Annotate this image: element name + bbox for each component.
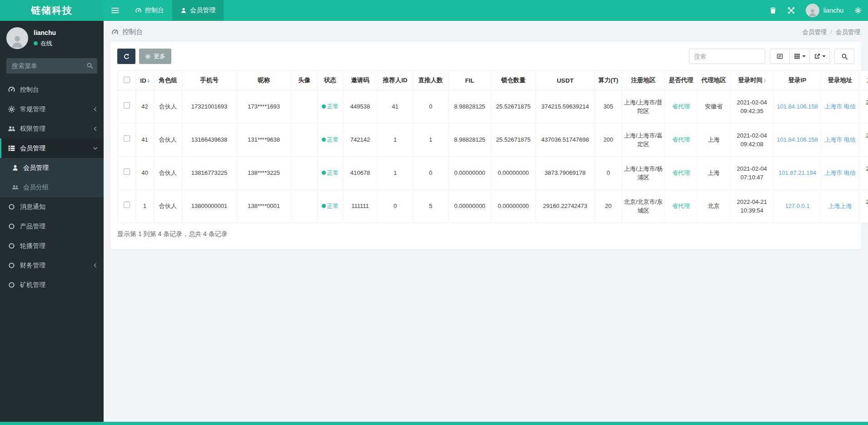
chevron-left-icon	[92, 126, 98, 132]
columns-button[interactable]	[790, 49, 810, 64]
cell-is_agent: 省代理	[665, 90, 698, 124]
agent-level-link[interactable]: 省代理	[672, 203, 690, 209]
login_addr-link[interactable]: 上海市 电信	[824, 103, 856, 110]
sidebar-item-notifications[interactable]: 消息通知	[0, 197, 104, 217]
status-badge: 正常	[322, 136, 339, 143]
cell-reg_area: 上海/上海市/杨浦区	[622, 157, 665, 190]
sidebar-item-miners[interactable]: 矿机管理	[0, 275, 104, 295]
sidebar-item-dashboard[interactable]: 控制台	[0, 80, 104, 99]
breadcrumb-item[interactable]: 会员管理	[802, 28, 827, 36]
tab-members[interactable]: 会员管理	[172, 0, 224, 21]
col-header-direct: 直推人数	[413, 71, 449, 90]
row-checkbox[interactable]	[124, 168, 130, 175]
refresh-icon	[123, 53, 130, 60]
export-button[interactable]	[810, 49, 830, 64]
sidebar-item-permissions[interactable]: 权限管理	[0, 119, 104, 138]
status-badge: 正常	[322, 203, 339, 209]
login_ip-link[interactable]: 101.84.106.158	[777, 103, 818, 110]
circle-icon	[8, 281, 15, 289]
sidebar-item-members[interactable]: 会员管理	[0, 138, 104, 158]
users-icon	[8, 125, 15, 133]
caret-down-icon	[802, 55, 806, 57]
cell-join_time: 2020-12-23 14:52:38	[859, 190, 868, 223]
row-checkbox[interactable]	[124, 202, 130, 208]
cell-is_agent: 省代理	[665, 157, 698, 190]
settings-gears-icon[interactable]	[854, 7, 862, 14]
col-header-referrer: 推荐人ID	[378, 71, 413, 90]
col-header-usdt: USDT	[536, 71, 595, 90]
cell-check	[118, 124, 136, 157]
cell-lock: 25.52671875	[491, 90, 536, 124]
online-dot-icon	[34, 41, 38, 45]
cell-direct: 0	[413, 157, 449, 190]
agent-level-link[interactable]: 省代理	[672, 103, 690, 110]
gauge-icon	[8, 86, 15, 94]
sidebar-item-finance[interactable]: 财务管理	[0, 256, 104, 275]
main-content: 控制台 会员管理 / 会员管理 更多	[104, 21, 868, 422]
col-header-login_time[interactable]: 登录时间▴▾	[730, 71, 774, 90]
agent-level-link[interactable]: 省代理	[672, 136, 690, 143]
gear-icon	[145, 54, 151, 59]
cell-invite: 742142	[343, 124, 378, 157]
circle-icon	[8, 242, 15, 250]
user-menu[interactable]: lianchu	[806, 4, 843, 17]
cell-agent_area: 上海	[698, 124, 730, 157]
cell-avatar	[291, 124, 318, 157]
cell-phone: 17321001693	[182, 90, 237, 124]
row-checkbox[interactable]	[124, 135, 130, 142]
sidebar-item-products[interactable]: 产品管理	[0, 217, 104, 236]
fullscreen-icon[interactable]	[788, 7, 795, 14]
sidebar-user-panel: lianchu 在线	[0, 21, 104, 54]
detail-list-icon	[777, 53, 783, 59]
col-header-agent_area: 代理地区	[698, 71, 730, 90]
more-button[interactable]: 更多	[139, 49, 171, 64]
col-header-join_time[interactable]: 加入时间▴▾	[859, 71, 868, 90]
sidebar-toggle-button[interactable]	[104, 0, 127, 21]
view-button-group	[770, 49, 830, 64]
sidebar-subitem-member-group[interactable]: 会员分组	[0, 178, 104, 197]
tab-label: 会员管理	[190, 6, 215, 15]
gauge-icon	[111, 29, 119, 36]
login_ip-link[interactable]: 101.87.21.194	[778, 169, 816, 176]
tab-label: 控制台	[145, 6, 164, 15]
refresh-button[interactable]	[117, 49, 135, 64]
login_ip-link[interactable]: 101.84.106.158	[777, 136, 818, 143]
circle-icon	[8, 222, 15, 230]
breadcrumb-item: 会员管理	[836, 28, 860, 36]
sidebar-item-carousel[interactable]: 轮播管理	[0, 236, 104, 256]
row-checkbox[interactable]	[124, 102, 130, 109]
table-row: 42合伙人17321001693173****1693正常4495384108.…	[118, 90, 868, 124]
cell-lock: 25.52671875	[491, 124, 536, 157]
sidebar-username: lianchu	[34, 29, 56, 36]
user-icon	[12, 164, 19, 171]
cell-power: 20	[595, 190, 622, 223]
col-header-power: 算力(T)	[595, 71, 622, 90]
login_addr-link[interactable]: 上海上海	[828, 203, 852, 209]
cell-reg_area: 北京/北京市/东城区	[622, 190, 665, 223]
login_ip-link[interactable]: 127.0.0.1	[785, 203, 809, 209]
sidebar-subitem-member-manage[interactable]: 会员管理	[0, 158, 104, 178]
cell-nick: 138****3225	[237, 157, 291, 190]
sidebar-item-general[interactable]: 常规管理	[0, 99, 104, 119]
cell-login_addr: 上海市 电信	[821, 90, 859, 124]
record-summary: 显示第 1 到第 4 条记录，总共 4 条记录	[117, 230, 854, 238]
cell-reg_area: 上海/上海市/普陀区	[622, 90, 665, 124]
status-dot-icon	[322, 204, 326, 208]
tab-dashboard[interactable]: 控制台	[127, 0, 172, 21]
trash-icon[interactable]	[769, 7, 777, 14]
menu-search-input[interactable]	[6, 58, 97, 74]
login_addr-link[interactable]: 上海市 电信	[824, 136, 856, 143]
navbar-right: lianchu	[769, 0, 868, 21]
search-submit-button[interactable]	[834, 49, 854, 64]
col-header-check[interactable]	[118, 71, 136, 90]
table-search-input[interactable]	[689, 49, 765, 64]
detail-view-button[interactable]	[770, 49, 790, 64]
cell-join_time: 2021-02-03 22:19:58	[859, 124, 868, 157]
login_addr-link[interactable]: 上海市 电信	[824, 169, 856, 176]
col-header-avatar: 头像	[291, 71, 318, 90]
chevron-left-icon	[92, 106, 98, 112]
col-header-id[interactable]: ID▴▾	[136, 71, 154, 90]
users-icon	[12, 184, 19, 191]
select-all-checkbox[interactable]	[124, 77, 130, 83]
agent-level-link[interactable]: 省代理	[672, 169, 690, 176]
